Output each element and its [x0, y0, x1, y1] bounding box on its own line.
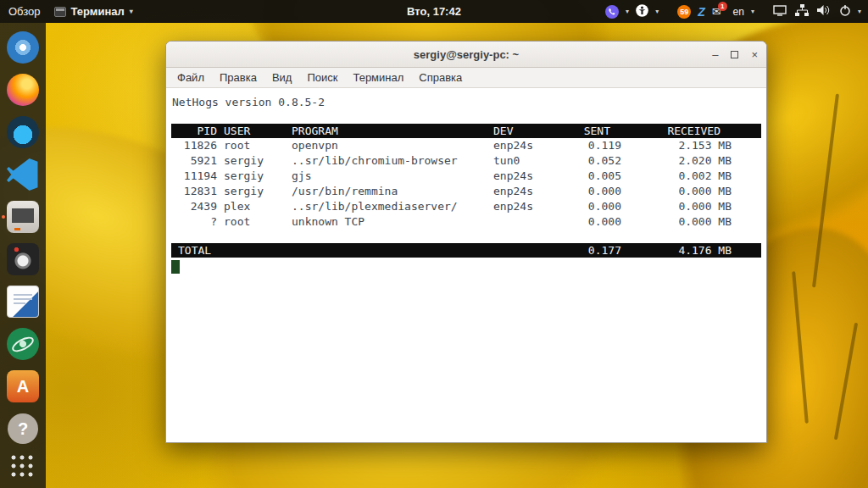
dock: A ? [0, 23, 46, 488]
viber-indicator[interactable] [605, 5, 619, 19]
terminal-cursor [171, 260, 180, 274]
close-button[interactable]: × [751, 49, 758, 60]
volume-indicator[interactable] [817, 4, 831, 19]
terminal-screen[interactable]: NetHogs version 0.8.5-2 PID USER PROGRAM… [166, 89, 766, 442]
a-app-icon: A [7, 370, 39, 402]
window-titlebar[interactable]: sergiy@sergiy-pc: ~ – × [166, 42, 766, 68]
dock-item-help[interactable]: ? [5, 411, 41, 446]
notification-count-badge[interactable]: 59 [677, 5, 691, 19]
speaker-icon [817, 4, 831, 16]
dock-item-firefox[interactable] [5, 72, 41, 108]
display-icon [773, 5, 787, 16]
nethogs-table: PID USER PROGRAM DEV SENT RECEIVED 11826… [171, 124, 761, 258]
table-row: 11194sergiygjsenp24s0.0050.002 MB [171, 169, 761, 184]
messenger-icon [7, 116, 39, 148]
activities-button[interactable]: Обзор [8, 5, 41, 18]
dock-item-camera[interactable] [5, 241, 41, 277]
dock-item-messenger[interactable] [5, 114, 41, 150]
header-pid: PID [171, 124, 224, 138]
header-dev: DEV [493, 124, 566, 138]
ethernet-icon [795, 4, 809, 16]
header-sent: SENT [566, 124, 626, 138]
chevron-down-icon: ▾ [626, 8, 629, 15]
dock-item-chromium[interactable] [5, 30, 41, 65]
header-program: PROGRAM [292, 124, 493, 138]
power-indicator[interactable] [839, 4, 851, 19]
show-applications-button[interactable] [10, 454, 36, 480]
menu-help[interactable]: Справка [411, 68, 470, 87]
nethogs-rows: 11826rootopenvpnenp24s0.1192.153 MB5921s… [171, 138, 761, 230]
chromium-icon [7, 31, 39, 64]
table-header-row: PID USER PROGRAM DEV SENT RECEIVED [171, 124, 761, 138]
network-indicator[interactable] [795, 4, 809, 19]
vscode-icon [7, 158, 39, 191]
minimize-button[interactable]: – [712, 49, 718, 60]
total-sent: 0.177 [566, 243, 626, 258]
camera-icon [7, 243, 39, 275]
header-received: RECEIVED [626, 124, 736, 138]
mail-indicator[interactable]: ✉ 1 [712, 5, 721, 18]
top-bar: Обзор Терминал ▾ Вто, 17:42 ▾ ▾ 59 Z ✉ 1… [0, 0, 868, 23]
chevron-down-icon: ▾ [858, 8, 861, 15]
window-title: sergiy@sergiy-pc: ~ [166, 48, 766, 61]
dock-item-atom[interactable] [5, 326, 41, 362]
dock-item-writer[interactable] [5, 284, 41, 319]
terminal-window: sergiy@sergiy-pc: ~ – × Файл Правка Вид … [165, 41, 767, 443]
maximize-icon [731, 51, 738, 58]
terminal-app-icon [7, 201, 39, 233]
accessibility-indicator[interactable] [636, 4, 648, 19]
phone-icon [608, 8, 616, 16]
chevron-down-icon: ▾ [130, 8, 133, 15]
writer-document-icon [7, 286, 39, 318]
dock-item-vscode[interactable] [5, 157, 41, 192]
firefox-icon [7, 74, 39, 106]
table-row: 11826rootopenvpnenp24s0.1192.153 MB [171, 138, 761, 153]
header-user: USER [224, 124, 292, 138]
language-indicator[interactable]: en [733, 6, 744, 18]
chevron-down-icon: ▾ [655, 8, 659, 15]
nethogs-version-line: NetHogs version 0.8.5-2 [166, 89, 766, 110]
menu-search[interactable]: Поиск [299, 68, 345, 87]
menu-edit[interactable]: Правка [212, 68, 264, 87]
table-row: 5921sergiy..sr/lib/chromium-browsertun00… [171, 153, 761, 169]
terminal-icon [54, 7, 66, 17]
dock-item-terminal[interactable] [5, 199, 41, 235]
menu-bar: Файл Правка Вид Поиск Терминал Справка [166, 68, 766, 88]
help-icon: ? [8, 413, 38, 444]
table-row: ?rootunknown TCP0.0000.000 MB [171, 214, 761, 230]
menu-file[interactable]: Файл [170, 68, 212, 87]
chevron-down-icon: ▾ [751, 8, 754, 15]
menu-view[interactable]: Вид [264, 68, 300, 87]
total-row: TOTAL 0.177 4.176 MB [171, 243, 761, 258]
clock[interactable]: Вто, 17:42 [407, 5, 461, 18]
maximize-button[interactable] [731, 49, 738, 60]
mail-count-badge: 1 [718, 2, 727, 11]
total-label: TOTAL [171, 243, 566, 258]
z-indicator-icon[interactable]: Z [698, 5, 705, 19]
accessibility-icon [636, 4, 648, 17]
atom-icon [7, 328, 39, 360]
screen-share-indicator[interactable] [773, 5, 787, 19]
table-row: 12831sergiy/usr/bin/remminaenp24s0.0000.… [171, 184, 761, 199]
app-menu-label: Терминал [71, 5, 125, 18]
menu-terminal[interactable]: Терминал [345, 68, 411, 87]
atom-ring [10, 334, 36, 355]
power-icon [839, 4, 851, 16]
dock-item-a-app[interactable]: A [5, 369, 41, 404]
table-row: 2439plex..sr/lib/plexmediaserver/enp24s0… [171, 199, 761, 214]
total-received: 4.176 MB [626, 243, 736, 258]
app-menu[interactable]: Терминал ▾ [54, 5, 133, 18]
